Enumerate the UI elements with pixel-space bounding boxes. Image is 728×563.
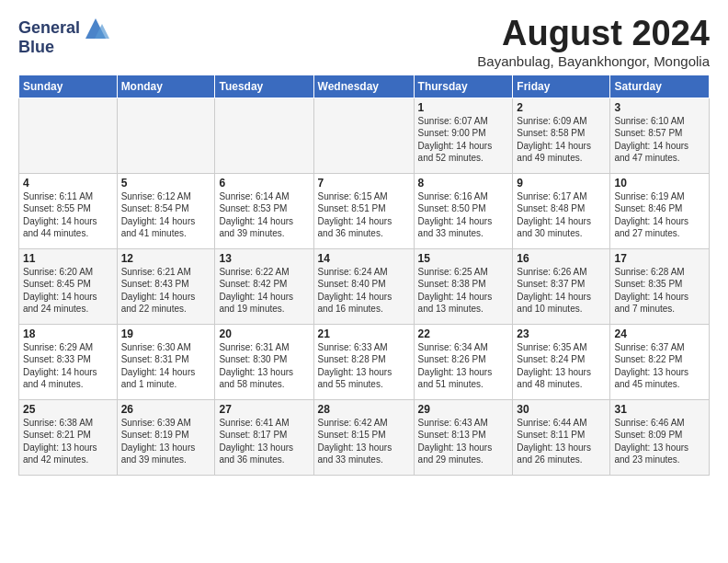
day-cell-3 bbox=[313, 98, 414, 173]
day-number: 23 bbox=[517, 327, 606, 340]
day-number: 2 bbox=[517, 101, 606, 114]
day-cell-20: 17Sunrise: 6:28 AMSunset: 8:35 PMDayligh… bbox=[610, 248, 710, 324]
day-info: Sunrise: 6:17 AMSunset: 8:48 PMDaylight:… bbox=[517, 190, 606, 240]
day-info: Sunrise: 6:44 AMSunset: 8:11 PMDaylight:… bbox=[517, 417, 606, 466]
day-info: Sunrise: 6:10 AMSunset: 8:57 PMDaylight:… bbox=[614, 115, 705, 165]
day-info: Sunrise: 6:25 AMSunset: 8:38 PMDaylight:… bbox=[418, 266, 509, 316]
day-info: Sunrise: 6:42 AMSunset: 8:15 PMDaylight:… bbox=[318, 417, 410, 466]
day-number: 30 bbox=[517, 403, 606, 416]
day-info: Sunrise: 6:46 AMSunset: 8:09 PMDaylight:… bbox=[614, 417, 705, 466]
day-number: 29 bbox=[418, 403, 509, 416]
logo-blue-text: Blue bbox=[18, 39, 54, 57]
day-number: 20 bbox=[219, 327, 309, 340]
calendar-table: Sunday Monday Tuesday Wednesday Thursday… bbox=[18, 75, 710, 476]
day-cell-5: 2Sunrise: 6:09 AMSunset: 8:58 PMDaylight… bbox=[513, 98, 610, 173]
day-cell-14: 11Sunrise: 6:20 AMSunset: 8:45 PMDayligh… bbox=[19, 248, 118, 324]
day-number: 26 bbox=[121, 403, 211, 416]
week-row-1: 1Sunrise: 6:07 AMSunset: 9:00 PMDaylight… bbox=[19, 98, 710, 173]
logo-general-text: General bbox=[18, 19, 80, 38]
calendar-header-row: Sunday Monday Tuesday Wednesday Thursday… bbox=[19, 75, 710, 98]
day-cell-2 bbox=[215, 98, 313, 173]
day-cell-29: 26Sunrise: 6:39 AMSunset: 8:19 PMDayligh… bbox=[117, 399, 215, 475]
day-number: 11 bbox=[23, 252, 113, 265]
week-row-4: 18Sunrise: 6:29 AMSunset: 8:33 PMDayligh… bbox=[19, 324, 710, 399]
col-tuesday: Tuesday bbox=[215, 75, 313, 98]
day-info: Sunrise: 6:28 AMSunset: 8:35 PMDaylight:… bbox=[614, 266, 705, 316]
day-number: 21 bbox=[318, 327, 410, 340]
day-info: Sunrise: 6:22 AMSunset: 8:42 PMDaylight:… bbox=[219, 266, 309, 316]
day-info: Sunrise: 6:41 AMSunset: 8:17 PMDaylight:… bbox=[219, 417, 309, 466]
day-cell-32: 29Sunrise: 6:43 AMSunset: 8:13 PMDayligh… bbox=[414, 399, 513, 475]
day-number: 17 bbox=[614, 252, 705, 265]
day-info: Sunrise: 6:07 AMSunset: 9:00 PMDaylight:… bbox=[418, 115, 509, 165]
day-cell-13: 10Sunrise: 6:19 AMSunset: 8:46 PMDayligh… bbox=[610, 173, 710, 248]
day-cell-6: 3Sunrise: 6:10 AMSunset: 8:57 PMDaylight… bbox=[610, 98, 710, 173]
day-cell-4: 1Sunrise: 6:07 AMSunset: 9:00 PMDaylight… bbox=[414, 98, 513, 173]
day-info: Sunrise: 6:20 AMSunset: 8:45 PMDaylight:… bbox=[23, 266, 113, 316]
page: General Blue August 2024 Bayanbulag, Bay… bbox=[0, 0, 728, 485]
col-monday: Monday bbox=[117, 75, 215, 98]
day-number: 6 bbox=[219, 177, 309, 190]
day-info: Sunrise: 6:37 AMSunset: 8:22 PMDaylight:… bbox=[614, 341, 705, 391]
day-info: Sunrise: 6:16 AMSunset: 8:50 PMDaylight:… bbox=[418, 190, 509, 240]
logo: General Blue bbox=[18, 15, 109, 57]
day-cell-11: 8Sunrise: 6:16 AMSunset: 8:50 PMDaylight… bbox=[414, 173, 513, 248]
day-number: 12 bbox=[121, 252, 211, 265]
day-cell-30: 27Sunrise: 6:41 AMSunset: 8:17 PMDayligh… bbox=[215, 399, 313, 475]
day-number: 4 bbox=[23, 177, 113, 190]
day-number: 1 bbox=[418, 101, 509, 114]
day-number: 22 bbox=[418, 327, 509, 340]
day-cell-31: 28Sunrise: 6:42 AMSunset: 8:15 PMDayligh… bbox=[313, 399, 414, 475]
day-info: Sunrise: 6:43 AMSunset: 8:13 PMDaylight:… bbox=[418, 417, 509, 466]
week-row-2: 4Sunrise: 6:11 AMSunset: 8:55 PMDaylight… bbox=[19, 173, 710, 248]
day-number: 19 bbox=[121, 327, 211, 340]
month-title: August 2024 bbox=[477, 15, 710, 53]
day-info: Sunrise: 6:29 AMSunset: 8:33 PMDaylight:… bbox=[23, 341, 113, 391]
day-cell-22: 19Sunrise: 6:30 AMSunset: 8:31 PMDayligh… bbox=[117, 324, 215, 399]
day-number: 7 bbox=[318, 177, 410, 190]
day-cell-17: 14Sunrise: 6:24 AMSunset: 8:40 PMDayligh… bbox=[313, 248, 414, 324]
day-number: 9 bbox=[517, 177, 606, 190]
day-number: 24 bbox=[614, 327, 705, 340]
col-sunday: Sunday bbox=[19, 75, 118, 98]
day-info: Sunrise: 6:21 AMSunset: 8:43 PMDaylight:… bbox=[121, 266, 211, 316]
day-cell-24: 21Sunrise: 6:33 AMSunset: 8:28 PMDayligh… bbox=[313, 324, 414, 399]
day-cell-12: 9Sunrise: 6:17 AMSunset: 8:48 PMDaylight… bbox=[513, 173, 610, 248]
title-block: August 2024 Bayanbulag, Bayankhongor, Mo… bbox=[477, 15, 710, 69]
col-saturday: Saturday bbox=[610, 75, 710, 98]
week-row-5: 25Sunrise: 6:38 AMSunset: 8:21 PMDayligh… bbox=[19, 399, 710, 475]
day-number: 31 bbox=[614, 403, 705, 416]
day-cell-23: 20Sunrise: 6:31 AMSunset: 8:30 PMDayligh… bbox=[215, 324, 313, 399]
day-number: 5 bbox=[121, 177, 211, 190]
day-info: Sunrise: 6:14 AMSunset: 8:53 PMDaylight:… bbox=[219, 190, 309, 240]
day-number: 16 bbox=[517, 252, 606, 265]
day-number: 10 bbox=[614, 177, 705, 190]
day-cell-16: 13Sunrise: 6:22 AMSunset: 8:42 PMDayligh… bbox=[215, 248, 313, 324]
day-cell-34: 31Sunrise: 6:46 AMSunset: 8:09 PMDayligh… bbox=[610, 399, 710, 475]
day-info: Sunrise: 6:31 AMSunset: 8:30 PMDaylight:… bbox=[219, 341, 309, 391]
day-info: Sunrise: 6:34 AMSunset: 8:26 PMDaylight:… bbox=[418, 341, 509, 391]
day-cell-19: 16Sunrise: 6:26 AMSunset: 8:37 PMDayligh… bbox=[513, 248, 610, 324]
day-number: 13 bbox=[219, 252, 309, 265]
day-info: Sunrise: 6:33 AMSunset: 8:28 PMDaylight:… bbox=[318, 341, 410, 391]
day-number: 28 bbox=[318, 403, 410, 416]
day-info: Sunrise: 6:35 AMSunset: 8:24 PMDaylight:… bbox=[517, 341, 606, 391]
day-info: Sunrise: 6:24 AMSunset: 8:40 PMDaylight:… bbox=[318, 266, 410, 316]
day-cell-15: 12Sunrise: 6:21 AMSunset: 8:43 PMDayligh… bbox=[117, 248, 215, 324]
day-cell-18: 15Sunrise: 6:25 AMSunset: 8:38 PMDayligh… bbox=[414, 248, 513, 324]
logo-icon bbox=[82, 15, 109, 42]
day-cell-9: 6Sunrise: 6:14 AMSunset: 8:53 PMDaylight… bbox=[215, 173, 313, 248]
day-cell-21: 18Sunrise: 6:29 AMSunset: 8:33 PMDayligh… bbox=[19, 324, 118, 399]
day-number: 14 bbox=[318, 252, 410, 265]
day-info: Sunrise: 6:09 AMSunset: 8:58 PMDaylight:… bbox=[517, 115, 606, 165]
day-cell-25: 22Sunrise: 6:34 AMSunset: 8:26 PMDayligh… bbox=[414, 324, 513, 399]
day-cell-26: 23Sunrise: 6:35 AMSunset: 8:24 PMDayligh… bbox=[513, 324, 610, 399]
day-cell-27: 24Sunrise: 6:37 AMSunset: 8:22 PMDayligh… bbox=[610, 324, 710, 399]
day-cell-0 bbox=[19, 98, 118, 173]
day-cell-33: 30Sunrise: 6:44 AMSunset: 8:11 PMDayligh… bbox=[513, 399, 610, 475]
col-friday: Friday bbox=[513, 75, 610, 98]
day-info: Sunrise: 6:11 AMSunset: 8:55 PMDaylight:… bbox=[23, 190, 113, 240]
day-info: Sunrise: 6:12 AMSunset: 8:54 PMDaylight:… bbox=[121, 190, 211, 240]
day-info: Sunrise: 6:30 AMSunset: 8:31 PMDaylight:… bbox=[121, 341, 211, 391]
day-cell-10: 7Sunrise: 6:15 AMSunset: 8:51 PMDaylight… bbox=[313, 173, 414, 248]
